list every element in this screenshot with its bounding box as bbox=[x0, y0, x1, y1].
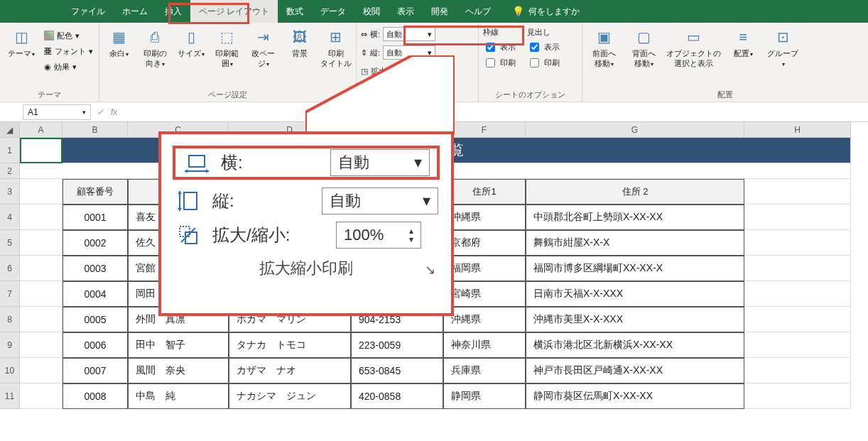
align-button[interactable]: ≡配置 bbox=[726, 26, 760, 58]
table-header: 顧客番号 bbox=[63, 179, 128, 205]
gridlines-header: 枠線 bbox=[483, 27, 516, 39]
print-area-icon: ⬚ bbox=[216, 26, 239, 48]
cell: 田中 智子 bbox=[128, 332, 229, 358]
size-button[interactable]: ▯サイズ bbox=[176, 26, 207, 58]
col-header[interactable]: A bbox=[20, 122, 63, 138]
cell bbox=[744, 358, 851, 383]
cell: 兵庫県 bbox=[443, 358, 526, 383]
zoom-width-select[interactable]: 自動▾ bbox=[330, 149, 430, 176]
tab-page-layout[interactable]: ページ レイアウト bbox=[190, 0, 278, 23]
group-objects-button[interactable]: ⊡グループ bbox=[766, 26, 800, 69]
zoom-height-select[interactable]: 自動▾ bbox=[322, 187, 438, 214]
cell: 0004 bbox=[63, 281, 128, 307]
zoom-scale-input[interactable]: 100%▴▾ bbox=[336, 222, 421, 249]
margins-button[interactable]: ▦余白 bbox=[104, 26, 134, 58]
table-header: 住所1 bbox=[443, 179, 526, 205]
colors-button[interactable]: 配色 ▾ bbox=[44, 28, 93, 43]
cell bbox=[20, 179, 63, 205]
col-header[interactable]: F bbox=[443, 122, 526, 138]
row-header[interactable]: 5 bbox=[0, 230, 20, 256]
palette-icon bbox=[44, 31, 54, 40]
headings-show[interactable]: 表示 bbox=[527, 39, 560, 55]
row-header[interactable]: 3 bbox=[0, 179, 20, 205]
col-header[interactable]: H bbox=[744, 122, 851, 138]
row-header[interactable]: 11 bbox=[0, 383, 20, 409]
scale-height-label: 縦: bbox=[370, 48, 380, 58]
tab-review[interactable]: 校閲 bbox=[354, 0, 389, 23]
scale-icon bbox=[174, 224, 202, 246]
scale-zoom-label: 拡大/縮小: bbox=[371, 66, 406, 77]
col-header[interactable]: B bbox=[63, 122, 128, 138]
cell bbox=[744, 281, 851, 307]
tab-formulas[interactable]: 数式 bbox=[278, 0, 312, 23]
chevron-down-icon: ▾ bbox=[428, 30, 432, 39]
scale-width-row: ⇔ 横: 自動▾ bbox=[361, 26, 435, 43]
tab-home[interactable]: ホーム bbox=[114, 0, 156, 23]
tab-file[interactable]: ファイル bbox=[63, 0, 114, 23]
tab-developer[interactable]: 開発 bbox=[423, 0, 457, 23]
row-header[interactable]: 4 bbox=[0, 205, 20, 230]
bring-forward-button[interactable]: ▣前面へ 移動 bbox=[587, 26, 621, 69]
row-header[interactable]: 2 bbox=[0, 163, 20, 179]
group-page-setup-label: ページ設定 bbox=[104, 88, 352, 100]
scale-zoom-input[interactable]: 100%▴▾ bbox=[409, 64, 447, 78]
cell: 0006 bbox=[63, 332, 128, 358]
print-titles-button[interactable]: ⊞印刷 タイトル bbox=[320, 26, 352, 69]
cell bbox=[20, 281, 63, 307]
bulb-icon: 💡 bbox=[512, 6, 524, 17]
formula-bar: A1▾ ✓fx bbox=[0, 102, 868, 122]
name-box[interactable]: A1▾ bbox=[23, 104, 91, 120]
cell: 静岡市葵区伝馬町X-XX-XX bbox=[526, 383, 744, 409]
tab-view[interactable]: 表示 bbox=[389, 0, 423, 23]
send-backward-icon: ▢ bbox=[632, 26, 655, 48]
zoom-launcher[interactable]: ↘ bbox=[425, 262, 435, 278]
row-header[interactable]: 9 bbox=[0, 332, 20, 358]
print-area-button[interactable]: ⬚印刷範囲 bbox=[212, 26, 242, 69]
height-icon bbox=[174, 188, 202, 214]
cell bbox=[20, 307, 63, 332]
gridlines-show[interactable]: 表示 bbox=[483, 39, 516, 55]
scale-height-select[interactable]: 自動▾ bbox=[383, 45, 435, 60]
tab-insert[interactable]: 挿入 bbox=[156, 0, 190, 23]
zoom-width-label: 横: bbox=[221, 151, 320, 174]
scale-width-select[interactable]: 自動▾ bbox=[383, 27, 435, 41]
cell: タナカ トモコ bbox=[229, 332, 351, 358]
cell bbox=[744, 383, 851, 409]
group-icon: ⊡ bbox=[771, 26, 794, 48]
cell bbox=[744, 307, 851, 332]
orientation-icon: ⎙ bbox=[143, 26, 166, 48]
col-header[interactable]: G bbox=[526, 122, 744, 138]
tab-help[interactable]: ヘルプ bbox=[457, 0, 499, 23]
active-cell[interactable] bbox=[20, 138, 63, 163]
row-header[interactable]: 6 bbox=[0, 256, 20, 281]
svg-rect-1 bbox=[189, 156, 205, 167]
background-button[interactable]: 🖼背景 bbox=[284, 26, 315, 58]
tab-data[interactable]: データ bbox=[312, 0, 354, 23]
font-icon: 亜 bbox=[44, 46, 52, 57]
group-sheet-options-label: シートのオプション bbox=[483, 88, 577, 100]
breaks-button[interactable]: ⇥改ページ bbox=[248, 26, 278, 69]
cell: 福岡県 bbox=[443, 256, 526, 281]
cell: 京都府 bbox=[443, 230, 526, 256]
cell: 0002 bbox=[63, 230, 128, 256]
effects-button[interactable]: ◉効果 ▾ bbox=[44, 60, 93, 74]
zoom-height-label: 縦: bbox=[212, 190, 312, 212]
zoom-callout: 横: 自動▾ 縦: 自動▾ 拡大/縮小: 100%▴▾ 拡大縮小印刷↘ bbox=[158, 131, 454, 316]
selection-pane-button[interactable]: ▭オブジェクトの 選択と表示 bbox=[666, 26, 720, 69]
select-all-cell[interactable]: ◢ bbox=[0, 122, 20, 138]
fx-buttons[interactable]: ✓fx bbox=[97, 107, 117, 117]
cell: 中島 純 bbox=[128, 383, 229, 409]
send-backward-button[interactable]: ▢背面へ 移動 bbox=[626, 26, 661, 69]
themes-button[interactable]: ◫ テーマ bbox=[4, 26, 38, 58]
headings-print[interactable]: 印刷 bbox=[527, 55, 560, 70]
row-header[interactable]: 8 bbox=[0, 307, 20, 332]
row-header[interactable]: 10 bbox=[0, 358, 20, 383]
row-header[interactable]: 7 bbox=[0, 281, 20, 307]
fonts-button[interactable]: 亜フォント ▾ bbox=[44, 44, 93, 58]
tell-me-search[interactable]: 💡 何をしますか bbox=[512, 6, 580, 18]
height-icon: ⇕ bbox=[361, 48, 367, 58]
orientation-button[interactable]: ⎙印刷の 向き bbox=[140, 26, 170, 69]
row-header[interactable]: 1 bbox=[0, 138, 20, 163]
gridlines-print[interactable]: 印刷 bbox=[483, 55, 516, 70]
margins-icon: ▦ bbox=[107, 26, 130, 48]
